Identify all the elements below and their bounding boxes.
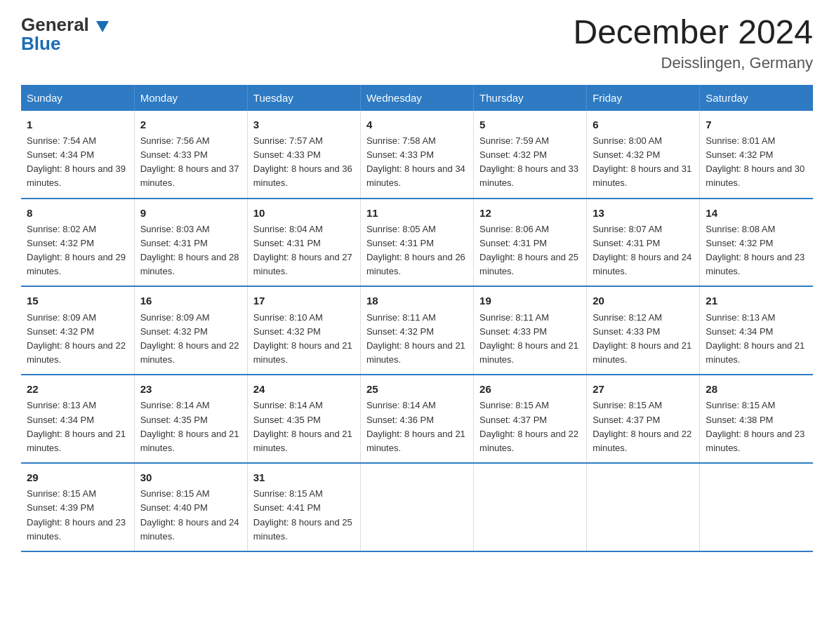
logo: General Blue <box>21 14 110 55</box>
day-info: Sunrise: 8:14 AMSunset: 4:35 PMDaylight:… <box>140 400 239 452</box>
day-number: 7 <box>706 116 807 133</box>
logo-blue-text: Blue <box>21 33 60 55</box>
header-wednesday: Wednesday <box>360 85 473 111</box>
day-info: Sunrise: 7:56 AMSunset: 4:33 PMDaylight:… <box>140 135 239 188</box>
day-number: 20 <box>593 293 694 309</box>
day-number: 2 <box>140 116 241 133</box>
header-tuesday: Tuesday <box>247 85 360 111</box>
day-number: 5 <box>479 116 581 133</box>
calendar-table: Sunday Monday Tuesday Wednesday Thursday… <box>21 85 813 552</box>
weekday-header-row: Sunday Monday Tuesday Wednesday Thursday… <box>21 85 813 111</box>
calendar-week-row: 8Sunrise: 8:02 AMSunset: 4:32 PMDaylight… <box>21 199 813 287</box>
day-number: 8 <box>27 205 128 221</box>
day-number: 11 <box>366 205 468 221</box>
calendar-cell: 14Sunrise: 8:08 AMSunset: 4:32 PMDayligh… <box>700 199 813 287</box>
calendar-cell: 7Sunrise: 8:01 AMSunset: 4:32 PMDaylight… <box>700 111 813 199</box>
day-number: 24 <box>253 381 355 397</box>
day-info: Sunrise: 8:00 AMSunset: 4:32 PMDaylight:… <box>593 135 691 188</box>
day-number: 23 <box>140 381 241 397</box>
day-number: 1 <box>27 116 128 133</box>
calendar-cell <box>700 463 813 551</box>
calendar-cell <box>360 463 473 551</box>
calendar-week-row: 22Sunrise: 8:13 AMSunset: 4:34 PMDayligh… <box>21 375 813 463</box>
day-info: Sunrise: 7:54 AMSunset: 4:34 PMDaylight:… <box>27 135 126 188</box>
day-info: Sunrise: 8:01 AMSunset: 4:32 PMDaylight:… <box>706 135 805 188</box>
day-number: 12 <box>479 205 581 221</box>
calendar-cell <box>474 463 587 551</box>
day-info: Sunrise: 8:11 AMSunset: 4:32 PMDaylight:… <box>366 312 465 365</box>
day-number: 13 <box>593 205 694 221</box>
day-info: Sunrise: 8:08 AMSunset: 4:32 PMDaylight:… <box>706 224 805 276</box>
day-info: Sunrise: 8:07 AMSunset: 4:31 PMDaylight:… <box>593 224 691 276</box>
calendar-cell: 20Sunrise: 8:12 AMSunset: 4:33 PMDayligh… <box>587 286 700 375</box>
calendar-cell: 5Sunrise: 7:59 AMSunset: 4:32 PMDaylight… <box>474 111 587 199</box>
calendar-cell: 28Sunrise: 8:15 AMSunset: 4:38 PMDayligh… <box>700 375 813 463</box>
calendar-cell: 31Sunrise: 8:15 AMSunset: 4:41 PMDayligh… <box>247 463 360 551</box>
day-info: Sunrise: 8:06 AMSunset: 4:31 PMDaylight:… <box>479 224 578 276</box>
day-number: 10 <box>253 205 355 221</box>
header-friday: Friday <box>587 85 700 111</box>
day-number: 22 <box>27 381 128 397</box>
page-header: General Blue December 2024 Deisslingen, … <box>21 14 813 72</box>
title-block: December 2024 Deisslingen, Germany <box>573 14 813 72</box>
day-info: Sunrise: 7:58 AMSunset: 4:33 PMDaylight:… <box>366 135 465 188</box>
day-number: 4 <box>366 116 468 133</box>
calendar-cell: 19Sunrise: 8:11 AMSunset: 4:33 PMDayligh… <box>474 286 587 375</box>
calendar-cell: 16Sunrise: 8:09 AMSunset: 4:32 PMDayligh… <box>134 286 247 375</box>
day-number: 3 <box>253 116 355 133</box>
calendar-week-row: 1Sunrise: 7:54 AMSunset: 4:34 PMDaylight… <box>21 111 813 199</box>
day-info: Sunrise: 8:13 AMSunset: 4:34 PMDaylight:… <box>706 312 805 365</box>
day-number: 9 <box>140 205 241 221</box>
calendar-title: December 2024 <box>573 14 813 51</box>
calendar-cell: 30Sunrise: 8:15 AMSunset: 4:40 PMDayligh… <box>134 463 247 551</box>
day-number: 17 <box>253 293 355 309</box>
day-info: Sunrise: 8:15 AMSunset: 4:38 PMDaylight:… <box>706 400 805 452</box>
calendar-week-row: 29Sunrise: 8:15 AMSunset: 4:39 PMDayligh… <box>21 463 813 551</box>
calendar-cell: 13Sunrise: 8:07 AMSunset: 4:31 PMDayligh… <box>587 199 700 287</box>
day-info: Sunrise: 8:15 AMSunset: 4:40 PMDaylight:… <box>140 488 239 541</box>
day-number: 19 <box>479 293 581 309</box>
day-number: 29 <box>27 469 128 485</box>
day-info: Sunrise: 8:12 AMSunset: 4:33 PMDaylight:… <box>593 312 691 365</box>
day-number: 27 <box>593 381 694 397</box>
calendar-cell: 24Sunrise: 8:14 AMSunset: 4:35 PMDayligh… <box>247 375 360 463</box>
logo-triangle-icon <box>95 18 110 34</box>
header-sunday: Sunday <box>21 85 134 111</box>
day-info: Sunrise: 8:13 AMSunset: 4:34 PMDaylight:… <box>27 400 126 452</box>
calendar-cell: 6Sunrise: 8:00 AMSunset: 4:32 PMDaylight… <box>587 111 700 199</box>
calendar-cell: 10Sunrise: 8:04 AMSunset: 4:31 PMDayligh… <box>247 199 360 287</box>
calendar-cell: 2Sunrise: 7:56 AMSunset: 4:33 PMDaylight… <box>134 111 247 199</box>
calendar-cell: 12Sunrise: 8:06 AMSunset: 4:31 PMDayligh… <box>474 199 587 287</box>
day-info: Sunrise: 7:59 AMSunset: 4:32 PMDaylight:… <box>479 135 578 188</box>
calendar-cell: 26Sunrise: 8:15 AMSunset: 4:37 PMDayligh… <box>474 375 587 463</box>
header-saturday: Saturday <box>700 85 813 111</box>
day-number: 28 <box>706 381 807 397</box>
day-number: 16 <box>140 293 241 309</box>
calendar-cell: 18Sunrise: 8:11 AMSunset: 4:32 PMDayligh… <box>360 286 473 375</box>
day-info: Sunrise: 8:03 AMSunset: 4:31 PMDaylight:… <box>140 224 239 276</box>
day-info: Sunrise: 8:14 AMSunset: 4:35 PMDaylight:… <box>253 400 352 452</box>
calendar-cell: 21Sunrise: 8:13 AMSunset: 4:34 PMDayligh… <box>700 286 813 375</box>
header-monday: Monday <box>134 85 247 111</box>
day-number: 31 <box>253 469 355 485</box>
calendar-cell: 22Sunrise: 8:13 AMSunset: 4:34 PMDayligh… <box>21 375 134 463</box>
calendar-cell: 27Sunrise: 8:15 AMSunset: 4:37 PMDayligh… <box>587 375 700 463</box>
day-info: Sunrise: 8:15 AMSunset: 4:37 PMDaylight:… <box>593 400 691 452</box>
calendar-cell: 23Sunrise: 8:14 AMSunset: 4:35 PMDayligh… <box>134 375 247 463</box>
day-number: 6 <box>593 116 694 133</box>
day-info: Sunrise: 8:11 AMSunset: 4:33 PMDaylight:… <box>479 312 578 365</box>
day-info: Sunrise: 8:10 AMSunset: 4:32 PMDaylight:… <box>253 312 352 365</box>
calendar-week-row: 15Sunrise: 8:09 AMSunset: 4:32 PMDayligh… <box>21 286 813 375</box>
day-info: Sunrise: 8:14 AMSunset: 4:36 PMDaylight:… <box>366 400 465 452</box>
day-info: Sunrise: 8:04 AMSunset: 4:31 PMDaylight:… <box>253 224 352 276</box>
calendar-cell: 3Sunrise: 7:57 AMSunset: 4:33 PMDaylight… <box>247 111 360 199</box>
calendar-cell: 11Sunrise: 8:05 AMSunset: 4:31 PMDayligh… <box>360 199 473 287</box>
calendar-cell: 8Sunrise: 8:02 AMSunset: 4:32 PMDaylight… <box>21 199 134 287</box>
calendar-cell: 29Sunrise: 8:15 AMSunset: 4:39 PMDayligh… <box>21 463 134 551</box>
header-thursday: Thursday <box>474 85 587 111</box>
day-number: 30 <box>140 469 241 485</box>
day-info: Sunrise: 8:05 AMSunset: 4:31 PMDaylight:… <box>366 224 465 276</box>
day-info: Sunrise: 8:15 AMSunset: 4:37 PMDaylight:… <box>479 400 578 452</box>
svg-marker-0 <box>96 21 109 32</box>
calendar-cell <box>587 463 700 551</box>
